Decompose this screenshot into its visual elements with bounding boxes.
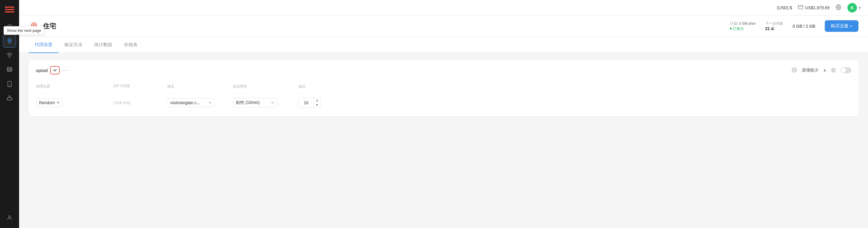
buy-traffic-button[interactable]: 购买流量 + <box>825 20 859 32</box>
sidebar-item-bug[interactable] <box>3 92 16 105</box>
zip-code-placeholder: USA only <box>113 100 131 105</box>
svg-point-6 <box>7 67 12 69</box>
domain-cell: visitxiangtan.c... <box>167 98 232 107</box>
proxy-card: opioid ··· 选项较少 <box>29 60 859 116</box>
plan-status: 已激活 <box>730 26 756 31</box>
session-type-cell: 粘性 (10min) <box>232 98 298 108</box>
col-domain: 域名 <box>167 83 232 90</box>
card-header-right: 选项较少 ∧ <box>792 67 851 74</box>
session-type-value: 粘性 (10min) <box>236 100 259 105</box>
svg-rect-15 <box>832 69 833 72</box>
svg-point-14 <box>794 69 795 71</box>
geo-location-cell: Random <box>36 98 113 107</box>
svg-rect-16 <box>833 69 834 72</box>
domain-value: visitxiangtan.c... <box>170 100 200 105</box>
col-session-type: 会话类型 <box>232 83 298 90</box>
plan-name: 2 GB plan <box>739 22 756 26</box>
card-header-left: opioid ··· <box>36 66 68 74</box>
stepper-controls: ▲ ▼ <box>313 98 320 108</box>
tab-proxy-settings[interactable]: 代理设置 <box>29 37 59 53</box>
tab-statistics[interactable]: 统计数据 <box>88 37 118 53</box>
traffic-info: 0 GB / 2 GB <box>793 24 815 29</box>
nodes-cell: ▲ ▼ <box>298 98 334 108</box>
options-fewer-label[interactable]: 选项较少 <box>802 68 818 73</box>
svg-rect-2 <box>5 11 14 12</box>
sidebar-item-user[interactable] <box>3 211 16 224</box>
tabs-bar: 代理设置 验证方法 统计数据 价格表 <box>19 37 868 53</box>
next-payment-value: 21 d. <box>765 26 783 31</box>
content-area: opioid ··· 选项较少 <box>19 53 868 228</box>
page-header: 住宅 计划: 2 GB plan 已激活 下一次付款 21 d. 0 GB / … <box>19 15 868 37</box>
tab-pricing[interactable]: 价格表 <box>118 37 144 53</box>
svg-point-5 <box>9 57 10 58</box>
stepper-down-button[interactable]: ▼ <box>314 103 320 108</box>
next-payment-label: 下一次付款 <box>765 21 783 26</box>
col-zip-code: ZIP CODE <box>113 83 167 90</box>
proxy-name: opioid <box>36 68 48 73</box>
proxy-dropdown-button[interactable] <box>50 66 60 74</box>
plan-info: 计划: 2 GB plan 已激活 <box>730 21 756 31</box>
tab-auth-methods[interactable]: 验证方法 <box>59 37 88 53</box>
svg-rect-0 <box>5 6 14 8</box>
nodes-stepper[interactable]: ▲ ▼ <box>298 98 321 108</box>
sidebar-item-proxy[interactable] <box>3 35 16 48</box>
nodes-input[interactable] <box>299 99 313 107</box>
sidebar-item-database[interactable] <box>3 63 16 76</box>
stepper-up-button[interactable]: ▲ <box>314 98 320 103</box>
card-header: opioid ··· 选项较少 <box>36 66 851 74</box>
balance-amount: US$1,979.69 <box>805 5 830 10</box>
sidebar-item-network[interactable] <box>3 49 16 62</box>
page-header-right: 计划: 2 GB plan 已激活 下一次付款 21 d. 0 GB / 2 G… <box>730 20 859 32</box>
currency-label: (USD) $ <box>777 5 792 10</box>
svg-point-9 <box>9 216 11 218</box>
page-title: 住宅 <box>43 22 56 31</box>
col-geo-location: 地理位置 <box>36 83 113 90</box>
topbar: (USD) $ US$1,979.69 K ▾ <box>19 0 868 15</box>
session-type-select[interactable]: 粘性 (10min) <box>232 98 277 108</box>
chevron-down-icon: ▾ <box>859 5 861 10</box>
svg-rect-10 <box>798 5 803 9</box>
balance-display: US$1,979.69 <box>798 5 830 10</box>
svg-point-8 <box>9 85 10 86</box>
main-content: (USD) $ US$1,979.69 K ▾ <box>19 0 868 228</box>
svg-rect-1 <box>5 9 14 10</box>
toggle-switch[interactable] <box>841 67 851 73</box>
next-payment: 下一次付款 21 d. <box>765 21 783 31</box>
language-icon[interactable] <box>836 4 841 11</box>
svg-point-4 <box>9 40 10 41</box>
col-nodes: 端点 <box>298 83 334 90</box>
sidebar-logo[interactable] <box>4 4 16 15</box>
svg-rect-17 <box>834 69 835 72</box>
settings-icon-button[interactable] <box>792 67 797 74</box>
plan-label: 计划: <box>730 22 738 26</box>
table-row: Random USA only visitxiangtan.c... <box>36 95 851 110</box>
avatar: K <box>847 3 857 12</box>
column-toggle <box>831 68 836 73</box>
zip-code-cell: USA only <box>113 100 167 105</box>
user-menu[interactable]: K ▾ <box>847 3 861 12</box>
chevron-up-icon[interactable]: ∧ <box>823 68 826 73</box>
tooltip: Show the next page <box>4 26 44 35</box>
table-header: 地理位置 ZIP CODE 域名 会话类型 端点 <box>36 80 851 93</box>
more-options-button[interactable]: ··· <box>62 67 68 74</box>
card-icon <box>798 5 803 10</box>
sidebar-item-phone[interactable] <box>3 77 16 90</box>
geo-location-select[interactable]: Random <box>36 98 62 107</box>
domain-select[interactable]: visitxiangtan.c... <box>167 98 215 107</box>
